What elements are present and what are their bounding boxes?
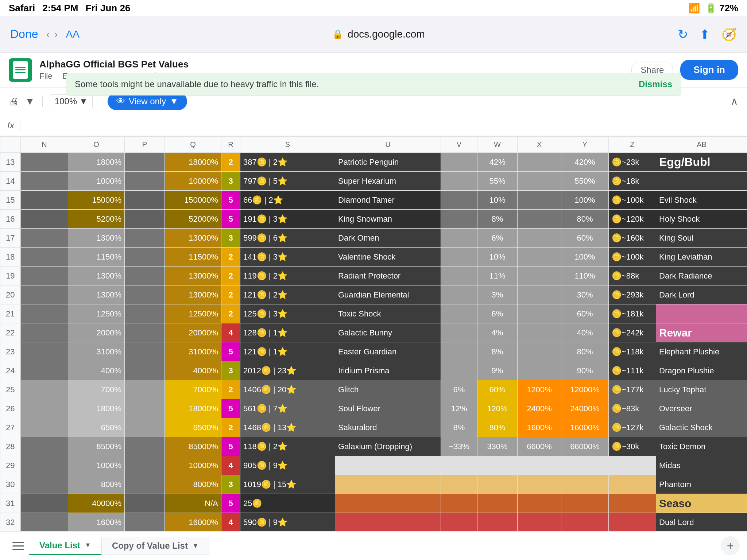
bookmarks-button[interactable]: 🧭 (721, 27, 737, 42)
cell-x[interactable] (518, 210, 561, 229)
cell-p[interactable] (125, 361, 165, 380)
cell-u[interactable]: Dark Omen (335, 229, 441, 248)
cell-z[interactable]: 🪙~100k (609, 248, 656, 267)
cell-v[interactable] (441, 191, 477, 210)
refresh-button[interactable]: ↻ (678, 27, 688, 42)
cell-s[interactable]: 905🪙 | 9⭐ (240, 456, 335, 475)
cell-s[interactable]: 191🪙 | 3⭐ (240, 210, 335, 229)
cell-ab[interactable] (656, 172, 747, 191)
cell-o[interactable]: 1300% (68, 229, 125, 248)
cell-v[interactable] (441, 229, 477, 248)
cell-u[interactable]: Galaxium (Dropping) (335, 437, 441, 456)
cell-ab[interactable]: Rewar (656, 323, 747, 342)
row-header[interactable]: 18 (0, 248, 21, 267)
cell-u[interactable]: Galactic Bunny (335, 323, 441, 342)
cell-n[interactable] (21, 380, 68, 399)
cell-v[interactable] (441, 494, 477, 513)
cell-u[interactable] (335, 513, 441, 531)
cell-q[interactable]: 13000% (165, 285, 221, 304)
cell-w[interactable]: 3% (477, 285, 518, 304)
cell-r[interactable]: 2 (221, 267, 240, 285)
cell-v[interactable]: ~33% (441, 437, 477, 456)
cell-s[interactable]: 1406🪙 | 20⭐ (240, 380, 335, 399)
cell-s[interactable]: 1019🪙 | 15⭐ (240, 475, 335, 494)
row-header[interactable]: 15 (0, 191, 21, 210)
cell-q[interactable]: N/A (165, 494, 221, 513)
cell-p[interactable] (125, 323, 165, 342)
cell-z[interactable]: 🪙~127k (609, 418, 656, 437)
cell-y[interactable]: 90% (561, 361, 609, 380)
cell-q[interactable]: 10000% (165, 456, 221, 475)
row-header[interactable]: 30 (0, 475, 21, 494)
row-header[interactable]: 25 (0, 380, 21, 399)
cell-w[interactable]: 11% (477, 267, 518, 285)
cell-o[interactable]: 1300% (68, 285, 125, 304)
cell-z[interactable] (609, 475, 656, 494)
cell-r[interactable]: 4 (221, 513, 240, 531)
cell-u[interactable]: Guardian Elemental (335, 285, 441, 304)
cell-y[interactable] (561, 475, 609, 494)
cell-q[interactable]: 10000% (165, 172, 221, 191)
active-sheet-tab[interactable]: Value List ▼ (29, 537, 101, 555)
cell-n[interactable] (21, 418, 68, 437)
cell-p[interactable] (125, 153, 165, 172)
cell-x[interactable] (518, 285, 561, 304)
cell-q[interactable]: 6500% (165, 418, 221, 437)
cell-z[interactable]: 🪙~118k (609, 342, 656, 361)
cell-q[interactable]: 7000% (165, 380, 221, 399)
cell-o[interactable]: 15000% (68, 191, 125, 210)
cell-ab[interactable] (656, 304, 747, 323)
cell-v[interactable] (441, 210, 477, 229)
row-header[interactable]: 29 (0, 456, 21, 475)
cell-v[interactable]: 12% (441, 399, 477, 418)
cell-q[interactable]: 16000% (165, 513, 221, 531)
cell-x[interactable] (518, 229, 561, 248)
cell-q[interactable]: 12500% (165, 304, 221, 323)
cell-ab[interactable]: Dark Lord (656, 285, 747, 304)
cell-y[interactable]: 40% (561, 323, 609, 342)
cell-y[interactable]: 550% (561, 172, 609, 191)
cell-n[interactable] (21, 210, 68, 229)
row-header[interactable]: 28 (0, 437, 21, 456)
cell-x[interactable]: 1600% (518, 418, 561, 437)
cell-o[interactable]: 1800% (68, 153, 125, 172)
cell-r[interactable]: 3 (221, 172, 240, 191)
cell-y[interactable] (561, 456, 609, 475)
browser-url-bar[interactable]: 🔒 docs.google.com (332, 28, 425, 40)
cell-ab[interactable]: Seaso (656, 494, 747, 513)
cell-y[interactable]: 110% (561, 267, 609, 285)
cell-o[interactable]: 8500% (68, 437, 125, 456)
cell-o[interactable]: 5200% (68, 210, 125, 229)
cell-y[interactable] (561, 513, 609, 531)
cell-o[interactable]: 1800% (68, 399, 125, 418)
cell-s[interactable]: 797🪙 | 5⭐ (240, 172, 335, 191)
cell-v[interactable] (441, 153, 477, 172)
cell-v[interactable] (441, 304, 477, 323)
cell-n[interactable] (21, 153, 68, 172)
cell-ab[interactable]: Lucky Tophat (656, 380, 747, 399)
cell-p[interactable] (125, 456, 165, 475)
cell-p[interactable] (125, 285, 165, 304)
cell-x[interactable] (518, 513, 561, 531)
cell-x[interactable] (518, 172, 561, 191)
cell-v[interactable] (441, 456, 477, 475)
browser-done-button[interactable]: Done (10, 27, 38, 41)
collapse-button[interactable]: ∧ (731, 95, 738, 107)
cell-w[interactable]: 4% (477, 323, 518, 342)
browser-back-button[interactable]: ‹ (46, 28, 50, 40)
cell-s[interactable]: 121🪙 | 1⭐ (240, 342, 335, 361)
cell-r[interactable]: 5 (221, 210, 240, 229)
cell-p[interactable] (125, 229, 165, 248)
cell-z[interactable]: 🪙~18k (609, 172, 656, 191)
cell-v[interactable] (441, 172, 477, 191)
cell-y[interactable]: 24000% (561, 399, 609, 418)
cell-w[interactable]: 60% (477, 380, 518, 399)
cell-z[interactable]: 🪙~111k (609, 361, 656, 380)
cell-ab[interactable]: Overseer (656, 399, 747, 418)
cell-o[interactable]: 3100% (68, 342, 125, 361)
cell-u[interactable]: King Snowman (335, 210, 441, 229)
cell-w[interactable]: 42% (477, 153, 518, 172)
cell-w[interactable]: 10% (477, 248, 518, 267)
cell-w[interactable] (477, 456, 518, 475)
cell-x[interactable] (518, 153, 561, 172)
